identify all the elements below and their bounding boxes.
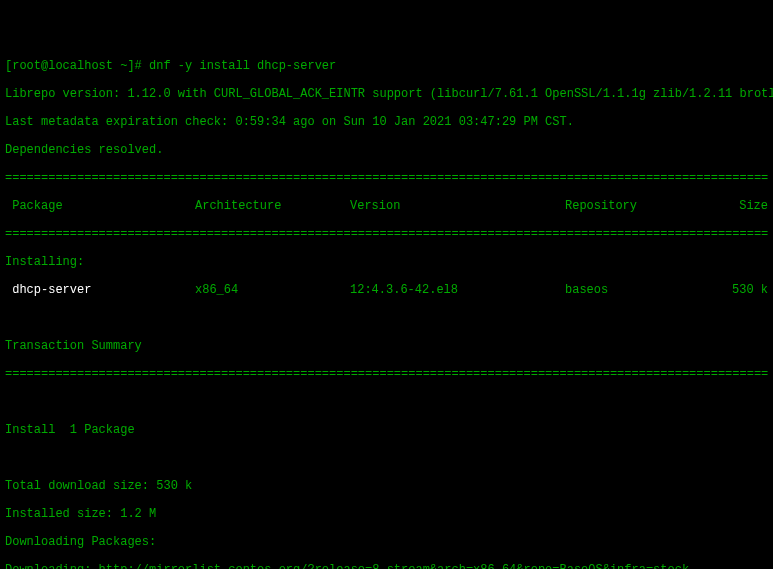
pkg-version: 12:4.3.6-42.el8 [350,283,565,297]
download-size: Total download size: 530 k [5,479,768,493]
pkg-name: dhcp-server [5,283,195,297]
blank-line [5,451,768,465]
txn-summary: Transaction Summary [5,339,768,353]
col-repo: Repository [565,199,720,213]
separator: ========================================… [5,171,768,185]
col-package: Package [5,199,195,213]
separator: ========================================… [5,367,768,381]
metadata-check: Last metadata expiration check: 0:59:34 … [5,115,768,129]
librepo-version: Librepo version: 1.12.0 with CURL_GLOBAL… [5,87,768,101]
blank-line [5,395,768,409]
col-size: Size [720,199,768,213]
table-header: PackageArchitectureVersionRepositorySize [5,199,768,213]
col-arch: Architecture [195,199,350,213]
installing-label: Installing: [5,255,768,269]
separator: ========================================… [5,227,768,241]
table-row: dhcp-serverx86_6412:4.3.6-42.el8baseos53… [5,283,768,297]
download-url: Downloading: http://mirrorlist.centos.or… [5,563,768,569]
pkg-repo: baseos [565,283,720,297]
col-version: Version [350,199,565,213]
installed-size: Installed size: 1.2 M [5,507,768,521]
pkg-size: 530 k [720,283,768,297]
deps-resolved: Dependencies resolved. [5,143,768,157]
pkg-arch: x86_64 [195,283,350,297]
blank-line [5,311,768,325]
prompt-line: [root@localhost ~]# dnf -y install dhcp-… [5,59,768,73]
downloading-label: Downloading Packages: [5,535,768,549]
install-count: Install 1 Package [5,423,768,437]
